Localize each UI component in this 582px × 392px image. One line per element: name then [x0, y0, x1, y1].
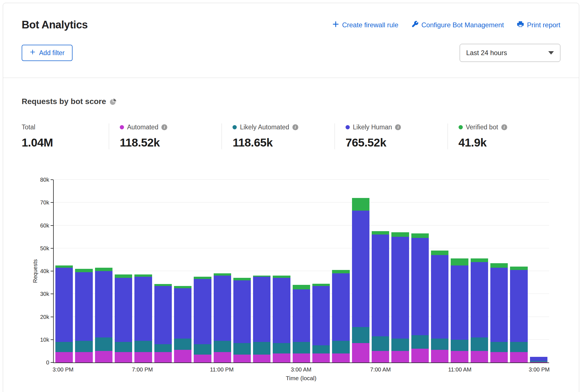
bar-5:00 AM[interactable]	[332, 180, 349, 362]
bar-segment-verified-bot[interactable]	[490, 263, 508, 268]
bar-segment-likely-human[interactable]	[95, 271, 112, 337]
bar-segment-automated[interactable]	[431, 350, 448, 362]
bar-segment-likely-automated[interactable]	[391, 339, 409, 351]
bar-7:00 PM[interactable]	[134, 180, 152, 362]
bar-segment-likely-human[interactable]	[233, 280, 251, 343]
bar-segment-likely-human[interactable]	[194, 279, 211, 344]
bar-2:00 PM[interactable]	[510, 180, 527, 362]
bar-segment-automated[interactable]	[214, 352, 231, 362]
bar-segment-likely-automated[interactable]	[75, 341, 93, 352]
bar-segment-verified-bot[interactable]	[293, 285, 310, 289]
bar-segment-likely-automated[interactable]	[431, 339, 448, 350]
bar-11:00 AM[interactable]	[451, 180, 468, 362]
bar-segment-verified-bot[interactable]	[352, 198, 369, 211]
bar-segment-likely-automated[interactable]	[490, 342, 508, 352]
bar-segment-verified-bot[interactable]	[134, 274, 152, 277]
bar-segment-automated[interactable]	[233, 355, 251, 362]
bar-5:00 PM[interactable]	[95, 180, 112, 362]
bar-segment-likely-human[interactable]	[174, 288, 191, 339]
bar-segment-likely-automated[interactable]	[214, 341, 231, 352]
bar-segment-automated[interactable]	[411, 349, 429, 362]
bar-3:00 PM[interactable]	[55, 180, 73, 362]
bar-segment-likely-human[interactable]	[352, 211, 369, 327]
bar-segment-automated[interactable]	[352, 343, 369, 362]
bar-segment-automated[interactable]	[312, 353, 330, 363]
bar-segment-likely-human[interactable]	[530, 357, 547, 361]
bar-segment-likely-automated[interactable]	[115, 342, 132, 352]
bar-segment-automated[interactable]	[293, 353, 310, 363]
bar-segment-automated[interactable]	[530, 362, 547, 362]
print-report-link[interactable]: Print report	[517, 21, 560, 30]
bar-segment-likely-automated[interactable]	[95, 337, 112, 351]
bar-segment-automated[interactable]	[471, 351, 488, 362]
bar-segment-likely-human[interactable]	[293, 289, 310, 342]
bar-segment-verified-bot[interactable]	[194, 277, 211, 279]
bar-segment-verified-bot[interactable]	[332, 270, 349, 273]
bar-segment-automated[interactable]	[391, 351, 409, 362]
bar-segment-verified-bot[interactable]	[510, 267, 527, 270]
bar-segment-likely-human[interactable]	[154, 286, 172, 344]
bar-segment-verified-bot[interactable]	[391, 232, 409, 237]
bar-segment-automated[interactable]	[95, 351, 112, 362]
bar-segment-automated[interactable]	[273, 353, 290, 363]
bar-7:00 AM[interactable]	[372, 180, 389, 362]
bar-segment-verified-bot[interactable]	[471, 258, 488, 262]
bar-segment-automated[interactable]	[174, 350, 191, 362]
info-icon[interactable]	[161, 124, 167, 130]
bar-segment-likely-human[interactable]	[431, 255, 448, 339]
bar-4:00 PM[interactable]	[75, 180, 93, 362]
bar-segment-likely-automated[interactable]	[451, 340, 468, 351]
configure-bot-management-link[interactable]: Configure Bot Management	[411, 21, 504, 30]
bar-segment-verified-bot[interactable]	[75, 269, 93, 272]
bar-segment-verified-bot[interactable]	[214, 273, 231, 276]
bar-segment-verified-bot[interactable]	[411, 233, 429, 238]
bar-segment-automated[interactable]	[75, 352, 93, 362]
bar-9:00 AM[interactable]	[411, 180, 429, 362]
bar-segment-likely-automated[interactable]	[194, 344, 211, 355]
bar-segment-likely-human[interactable]	[253, 277, 270, 342]
bar-9:00 PM[interactable]	[174, 180, 191, 362]
bar-segment-likely-human[interactable]	[451, 265, 468, 340]
bar-12:00 PM[interactable]	[471, 180, 488, 362]
bar-segment-likely-human[interactable]	[490, 268, 508, 342]
bar-segment-automated[interactable]	[332, 353, 349, 363]
bar-10:00 PM[interactable]	[194, 180, 211, 362]
bar-segment-likely-automated[interactable]	[312, 345, 330, 353]
bar-segment-automated[interactable]	[55, 352, 73, 362]
bar-segment-likely-human[interactable]	[510, 270, 527, 342]
bar-segment-likely-human[interactable]	[134, 277, 152, 341]
bar-segment-verified-bot[interactable]	[312, 284, 330, 286]
bar-segment-verified-bot[interactable]	[372, 231, 389, 235]
bar-segment-likely-automated[interactable]	[332, 341, 349, 353]
bar-segment-likely-automated[interactable]	[154, 344, 172, 352]
bar-segment-likely-human[interactable]	[75, 272, 93, 341]
bar-3:00 AM[interactable]	[293, 180, 310, 362]
bar-segment-verified-bot[interactable]	[273, 276, 290, 278]
bar-segment-likely-human[interactable]	[411, 238, 429, 335]
bar-10:00 AM[interactable]	[431, 180, 448, 362]
bar-segment-likely-automated[interactable]	[510, 342, 527, 352]
bar-12:00 AM[interactable]	[233, 180, 251, 362]
bar-segment-automated[interactable]	[510, 352, 527, 362]
bar-segment-likely-automated[interactable]	[411, 335, 429, 349]
bar-segment-automated[interactable]	[490, 352, 508, 362]
bar-segment-likely-human[interactable]	[471, 262, 488, 337]
info-icon[interactable]	[395, 124, 401, 130]
bar-segment-verified-bot[interactable]	[174, 286, 191, 288]
bar-segment-likely-automated[interactable]	[233, 343, 251, 355]
bar-segment-likely-human[interactable]	[214, 276, 231, 341]
bar-segment-likely-human[interactable]	[115, 278, 132, 342]
bar-segment-automated[interactable]	[194, 355, 211, 362]
bar-segment-likely-human[interactable]	[273, 278, 290, 343]
time-range-select[interactable]: Last 24 hours	[460, 44, 560, 62]
bar-segment-likely-human[interactable]	[312, 286, 330, 345]
bar-segment-likely-automated[interactable]	[372, 336, 389, 351]
bar-4:00 AM[interactable]	[312, 180, 330, 362]
bar-segment-likely-automated[interactable]	[471, 337, 488, 351]
bar-segment-verified-bot[interactable]	[431, 251, 448, 255]
bar-segment-likely-automated[interactable]	[293, 342, 310, 353]
bar-segment-automated[interactable]	[451, 351, 468, 362]
bar-segment-likely-automated[interactable]	[253, 342, 270, 355]
bar-segment-verified-bot[interactable]	[233, 278, 251, 280]
bar-2:00 AM[interactable]	[273, 180, 290, 362]
